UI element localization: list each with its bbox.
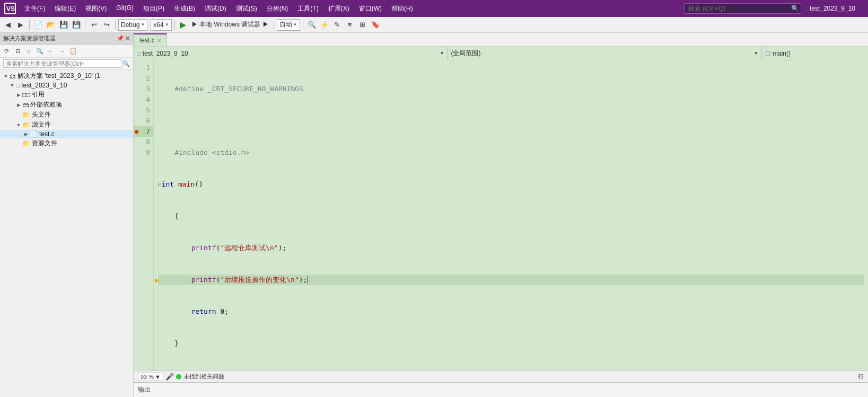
new-file-btn[interactable]: 📄 — [32, 19, 44, 31]
sep4 — [174, 20, 175, 30]
nav-scope-dropdown[interactable]: (全局范围) ▼ — [448, 47, 762, 60]
sources-icon: 📁 — [22, 121, 30, 129]
home-btn[interactable]: ⌂ — [23, 46, 34, 56]
close-sidebar-icon[interactable]: ✕ — [125, 35, 130, 42]
tree-solution[interactable]: ▼ 🗂 解决方案 'test_2023_9_10' (1 — [0, 71, 133, 81]
run-button[interactable]: ▶ — [178, 20, 188, 30]
debug-config-dropdown[interactable]: Debug ▼ — [118, 19, 147, 31]
menu-file[interactable]: 文件(F) — [20, 3, 49, 14]
code-line-4: ⊟int main() — [158, 179, 864, 190]
save-btn[interactable]: 💾 — [58, 19, 69, 31]
tab-close-icon[interactable]: ✕ — [157, 38, 161, 43]
auto-dropdown[interactable]: 自动 ▼ — [277, 19, 300, 31]
undo-btn[interactable]: ↩ — [88, 19, 100, 31]
func-icon: ⬡ — [765, 50, 770, 57]
tree-resources[interactable]: ▶ 📁 资源文件 — [0, 138, 133, 148]
menu-test[interactable]: 测试(S) — [232, 3, 261, 14]
sources-arrow: ▼ — [15, 122, 22, 128]
tree-project[interactable]: ▼ □ test_2023_9_10 — [0, 81, 133, 90]
save-all-btn[interactable]: 💾 — [71, 19, 82, 31]
sync-btn[interactable]: ⟳ — [1, 46, 12, 56]
sep5 — [274, 20, 274, 30]
menu-view[interactable]: 视图(V) — [81, 3, 111, 14]
menu-debug[interactable]: 调试(D) — [200, 3, 231, 14]
menu-git[interactable]: Git(G) — [112, 3, 138, 14]
code-line-7: ▶ printf("后续推送操作的变化\n"); — [158, 275, 864, 285]
solution-search-input[interactable] — [3, 59, 121, 68]
extern-icon: 🗃 — [22, 101, 29, 109]
svg-text:VS: VS — [6, 5, 15, 13]
tree-sources[interactable]: ▼ 📁 源文件 — [0, 120, 133, 130]
menu-build[interactable]: 生成(B) — [170, 3, 199, 14]
tools-btn1[interactable]: 🔍 — [306, 19, 318, 31]
output-panel: 输出 — [134, 382, 868, 397]
vs-logo: VS — [4, 3, 16, 14]
testc-icon: 📄 — [30, 130, 38, 138]
tools-btn4[interactable]: ≡ — [344, 19, 356, 31]
tools-btn6[interactable]: 🔖 — [370, 19, 381, 31]
zoom-value: 93 % — [141, 374, 154, 380]
redo-btn[interactable]: ↪ — [101, 19, 112, 31]
status-right: 行 — [858, 373, 864, 381]
back-nav-btn[interactable]: ← — [46, 46, 56, 56]
sidebar: 解决方案资源管理器 📌 ✕ ⟳ ⊟ ⌂ 🔍 ← → 📋 🔍 ▼ 🗂 解决方案 '… — [0, 33, 134, 397]
ref-arrow: ▶ — [15, 92, 22, 98]
nav-scope-arrow: ▼ — [754, 51, 758, 56]
microphone-icon[interactable]: 🎤 — [165, 373, 174, 381]
menu-analyze[interactable]: 分析(N) — [262, 3, 293, 14]
status-left: 93 % ▼ 🎤 未找到相关问题 — [138, 373, 854, 381]
project-arrow: ▼ — [8, 83, 16, 88]
fwd-nav-btn[interactable]: → — [57, 46, 67, 56]
ln-8: 8 — [134, 137, 153, 147]
zoom-arrow: ▼ — [155, 374, 161, 380]
code-content[interactable]: #define _CRT_SECURE_NO_WARNINGS #include… — [154, 60, 868, 370]
tab-testc[interactable]: test.c ✕ — [134, 33, 167, 46]
menu-tools[interactable]: 工具(T) — [293, 3, 322, 14]
forward-btn[interactable]: ▶ — [15, 19, 27, 31]
zoom-dropdown[interactable]: 93 % ▼ — [138, 373, 163, 381]
tools-btn2[interactable]: ⚡ — [319, 19, 330, 31]
menu-project[interactable]: 项目(P) — [139, 3, 169, 14]
filter-btn[interactable]: 🔍 — [34, 46, 45, 56]
open-btn[interactable]: 📂 — [45, 19, 57, 31]
nav-path-arrow: ▼ — [440, 51, 444, 56]
sep6 — [303, 20, 303, 30]
back-btn[interactable]: ◀ — [2, 19, 14, 31]
platform-dropdown[interactable]: x64 ▼ — [151, 19, 171, 31]
row-label: 行 — [858, 373, 864, 381]
prop-btn[interactable]: 📋 — [68, 46, 78, 56]
code-area[interactable]: 1 2 3 4 5 6 7 8 9 #define _CRT_SECURE_NO… — [134, 60, 868, 370]
tree-headers[interactable]: ▶ 📁 头文件 — [0, 110, 133, 120]
output-label: 输出 — [138, 385, 151, 394]
solution-search-icon: 🔍 — [122, 60, 130, 67]
testc-label: test.c — [39, 130, 55, 138]
menu-help[interactable]: 帮助(H) — [387, 3, 417, 14]
ref-icon: □□ — [22, 91, 30, 99]
menu-edit[interactable]: 编辑(E) — [50, 3, 80, 14]
search-solution: 🔍 — [0, 58, 133, 70]
menu-window[interactable]: 窗口(W) — [355, 3, 386, 14]
sidebar-toolbar: ⟳ ⊟ ⌂ 🔍 ← → 📋 — [0, 45, 133, 58]
menu-bar: 文件(F) 编辑(E) 视图(V) Git(G) 项目(P) 生成(B) 调试(… — [20, 3, 685, 14]
tree-extern-deps[interactable]: ▶ 🗃 外部依赖项 — [0, 100, 133, 110]
menu-extend[interactable]: 扩展(X) — [324, 3, 354, 14]
nav-path-dropdown[interactable]: □ test_2023_9_10 ▼ — [134, 47, 448, 60]
nav-path-label: test_2023_9_10 — [143, 50, 188, 57]
ln-3: 3 — [134, 84, 153, 94]
nav-func-area: ⬡ main() — [762, 50, 868, 57]
debug-arrow-icon: ▶ — [155, 275, 159, 285]
tools-btn3[interactable]: ✎ — [331, 19, 343, 31]
tree-ref[interactable]: ▶ □□ 引用 — [0, 90, 133, 100]
extern-arrow: ▶ — [15, 102, 22, 108]
collapse-btn[interactable]: ⊟ — [12, 46, 23, 56]
tools-btn5[interactable]: ⊞ — [357, 19, 369, 31]
headers-label: 头文件 — [32, 110, 51, 119]
search-input[interactable] — [685, 3, 801, 14]
tree-testc[interactable]: ▶ 📄 test.c — [0, 130, 133, 138]
sidebar-title: 解决方案资源管理器 — [3, 34, 56, 42]
project-label: test_2023_9_10 — [21, 82, 67, 89]
ref-label: 引用 — [32, 90, 45, 99]
cursor — [308, 276, 308, 284]
nav-scope-label: (全局范围) — [451, 49, 481, 58]
pin-icon[interactable]: 📌 — [117, 35, 124, 42]
